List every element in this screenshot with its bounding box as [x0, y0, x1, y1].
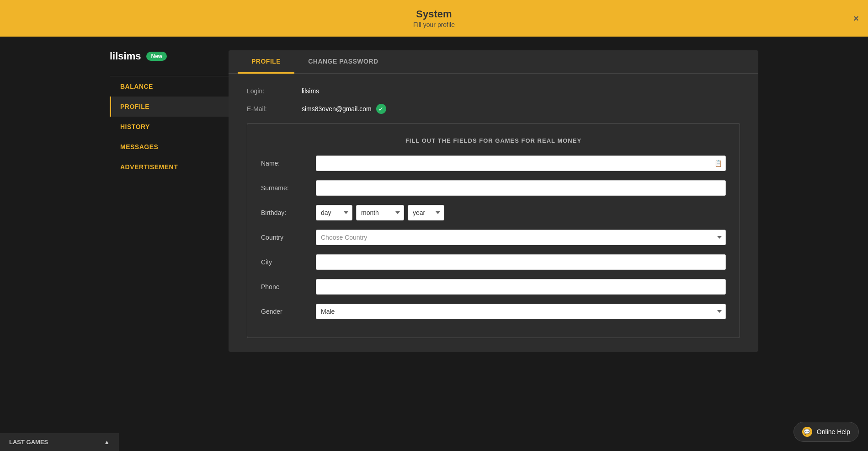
phone-row: Phone — [261, 279, 726, 295]
chat-icon: 💬 — [802, 427, 812, 437]
surname-row: Surname: — [261, 180, 726, 196]
country-row: Country Choose Country United States Uni… — [261, 230, 726, 245]
login-value: lilsims — [302, 87, 319, 95]
phone-input[interactable] — [316, 279, 726, 295]
name-input[interactable] — [316, 156, 726, 171]
email-label: E-Mail: — [247, 105, 302, 113]
sidebar-item-history[interactable]: HISTORY — [110, 117, 229, 137]
surname-label: Surname: — [261, 184, 316, 192]
edit-icon: 📋 — [714, 160, 722, 167]
username-label: lilsims — [110, 50, 141, 62]
birthday-selects: day 12345 678910 1112131415 1617181920 2… — [316, 205, 726, 220]
real-money-title: FILL OUT THE FIELDS FOR GAMES FOR REAL M… — [261, 137, 726, 144]
login-row: Login: lilsims — [247, 87, 740, 95]
online-help-label: Online Help — [817, 428, 850, 435]
user-info: lilsims New — [110, 50, 229, 62]
verified-icon: ✓ — [376, 104, 386, 114]
birthday-row: Birthday: day 12345 678910 1112131415 16… — [261, 205, 726, 220]
name-input-wrapper: 📋 — [316, 156, 726, 171]
notification-bar: System Fill your profile × — [0, 0, 868, 37]
main-content: lilsims New BALANCE PROFILE HISTORY MESS… — [0, 37, 868, 365]
birthday-month-select[interactable]: month JanuaryFebruaryMarch AprilMayJune … — [356, 205, 404, 220]
tab-change-password[interactable]: CHANGE PASSWORD — [294, 50, 392, 74]
last-games-bar[interactable]: LAST GAMES ▲ — [0, 433, 119, 451]
new-badge: New — [146, 52, 167, 61]
notification-title: System — [9, 8, 859, 20]
birthday-year-select[interactable]: year 20052004200320022001 20001999199819… — [408, 205, 444, 220]
gender-row: Gender Male Female — [261, 304, 726, 319]
notification-subtitle: Fill your profile — [9, 21, 859, 28]
city-input[interactable] — [316, 254, 726, 270]
email-value: sims83oven@gmail.com ✓ — [302, 104, 386, 114]
last-games-label: LAST GAMES — [9, 439, 48, 446]
sidebar-nav: BALANCE PROFILE HISTORY MESSAGES ADVERTI… — [110, 76, 229, 177]
surname-input[interactable] — [316, 180, 726, 196]
sidebar-item-balance[interactable]: BALANCE — [110, 76, 229, 97]
login-label: Login: — [247, 87, 302, 95]
real-money-box: FILL OUT THE FIELDS FOR GAMES FOR REAL M… — [247, 123, 740, 338]
online-help-widget[interactable]: 💬 Online Help — [793, 422, 859, 442]
tabs: PROFILE CHANGE PASSWORD — [229, 50, 758, 74]
city-row: City — [261, 254, 726, 270]
notification-close-button[interactable]: × — [853, 13, 859, 24]
tab-profile[interactable]: PROFILE — [238, 50, 294, 74]
gender-label: Gender — [261, 308, 316, 315]
sidebar-item-advertisement[interactable]: ADVERTISEMENT — [110, 157, 229, 177]
gender-select[interactable]: Male Female — [316, 304, 726, 319]
sidebar-item-profile[interactable]: PROFILE — [110, 97, 229, 117]
name-row: Name: 📋 — [261, 156, 726, 171]
sidebar: lilsims New BALANCE PROFILE HISTORY MESS… — [110, 50, 229, 352]
name-label: Name: — [261, 160, 316, 167]
country-label: Country — [261, 234, 316, 241]
birthday-label: Birthday: — [261, 209, 316, 216]
birthday-day-select[interactable]: day 12345 678910 1112131415 1617181920 2… — [316, 205, 352, 220]
content-panel: PROFILE CHANGE PASSWORD Login: lilsims E… — [229, 50, 758, 352]
sidebar-item-messages[interactable]: MESSAGES — [110, 137, 229, 157]
chevron-up-icon: ▲ — [104, 439, 110, 446]
country-select[interactable]: Choose Country United States United King… — [316, 230, 726, 245]
phone-label: Phone — [261, 283, 316, 290]
email-row: E-Mail: sims83oven@gmail.com ✓ — [247, 104, 740, 114]
city-label: City — [261, 258, 316, 266]
profile-content: Login: lilsims E-Mail: sims83oven@gmail.… — [229, 74, 758, 352]
